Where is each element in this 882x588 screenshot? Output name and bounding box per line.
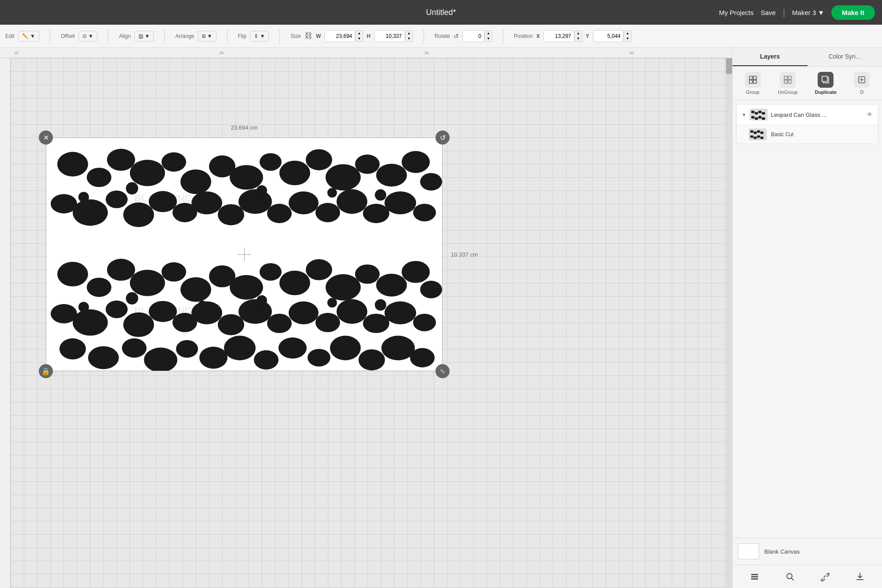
svg-point-49 <box>326 274 361 301</box>
y-down[interactable]: ▼ <box>624 36 631 41</box>
edit-pen-button[interactable]: ✏️ ▼ <box>18 31 39 41</box>
save-button[interactable]: Save <box>761 9 776 16</box>
y-spinner[interactable]: ▲ ▼ <box>624 30 632 42</box>
footer-link-icon[interactable] <box>818 569 832 584</box>
separator-1 <box>50 29 50 43</box>
tab-layers[interactable]: Layers <box>733 48 808 66</box>
svg-point-111 <box>751 116 755 119</box>
svg-point-42 <box>161 262 186 282</box>
svg-point-7 <box>230 165 263 190</box>
my-projects-button[interactable]: My Projects <box>719 9 753 16</box>
layer-item[interactable]: Basic Cut <box>737 125 878 144</box>
width-up[interactable]: ▲ <box>356 31 363 36</box>
svg-point-120 <box>754 137 757 139</box>
svg-point-83 <box>254 350 279 370</box>
layer-group: ▼ Leopard Can Glass .. <box>736 104 878 144</box>
separator-5 <box>279 29 280 43</box>
grid-canvas[interactable]: 23.694 cm 10.337 cm ✕ ↺ 🔒 ⤡ <box>11 58 732 588</box>
flip-button[interactable]: ⇕ ▼ <box>250 31 269 41</box>
footer-layers-icon[interactable] <box>748 569 762 584</box>
scroll-thumb[interactable] <box>726 56 732 74</box>
svg-point-74 <box>327 298 337 308</box>
x-input[interactable] <box>543 30 574 42</box>
canvas-area[interactable]: 10 20 30 40 23.694 cm 10.337 cm ✕ <box>0 48 732 588</box>
selection-wrapper[interactable]: 23.694 cm 10.337 cm ✕ ↺ 🔒 ⤡ <box>46 138 443 371</box>
x-up[interactable]: ▲ <box>575 31 582 36</box>
width-down[interactable]: ▼ <box>356 36 363 41</box>
arrange-button[interactable]: ⧉ ▼ <box>198 31 216 41</box>
svg-point-64 <box>289 301 319 324</box>
svg-point-12 <box>355 155 380 174</box>
offset-group: Offset ⊙ ▼ <box>61 31 97 41</box>
maker-selector[interactable]: Maker 3 ▼ <box>792 9 824 16</box>
width-input[interactable] <box>324 30 355 42</box>
group-action[interactable]: Group <box>745 72 761 95</box>
ruler-mark-30: 30 <box>424 51 629 55</box>
x-spinner[interactable]: ▲ ▼ <box>574 30 582 42</box>
tab-color-sync[interactable]: Color Syn... <box>808 48 882 66</box>
layer-group-header[interactable]: ▼ Leopard Can Glass .. <box>737 104 878 125</box>
d-label: D <box>860 89 863 95</box>
svg-point-32 <box>78 192 89 202</box>
resize-handle[interactable]: ⤡ <box>435 364 450 378</box>
width-spinner[interactable]: ▲ ▼ <box>355 30 363 42</box>
svg-point-17 <box>73 199 108 226</box>
x-down[interactable]: ▼ <box>575 36 582 41</box>
height-input[interactable] <box>374 30 405 42</box>
svg-point-40 <box>107 259 135 281</box>
footer-download-icon[interactable] <box>853 569 867 584</box>
svg-point-65 <box>316 313 340 332</box>
lock-handle[interactable]: 🔒 <box>39 364 53 378</box>
svg-point-109 <box>758 111 762 113</box>
height-down[interactable]: ▼ <box>406 36 413 41</box>
svg-point-51 <box>376 274 407 297</box>
duplicate-action[interactable]: Duplicate <box>815 72 837 95</box>
selection-box: BLANK BNC ODP BLANK BNC ODP <box>46 138 443 371</box>
make-it-button[interactable]: Make It <box>831 5 875 20</box>
rotate-down[interactable]: ▼ <box>485 36 492 41</box>
layer-eye-icon[interactable]: 👁 <box>867 111 873 118</box>
ungroup-action[interactable]: UnGroup <box>778 72 798 95</box>
panel-footer <box>733 565 882 588</box>
height-dimension-label: 10.337 cm <box>451 251 478 258</box>
align-button[interactable]: ▥ ▼ <box>134 31 154 41</box>
blank-canvas-section: Blank Canvas <box>733 538 882 565</box>
offset-button[interactable]: ⊙ ▼ <box>78 31 97 41</box>
height-spinner[interactable]: ▲ ▼ <box>405 30 413 42</box>
rotate-up[interactable]: ▲ <box>485 31 492 36</box>
svg-point-69 <box>413 314 436 331</box>
svg-point-116 <box>754 131 757 134</box>
blank-canvas-thumbnail <box>738 543 759 559</box>
rotate-handle[interactable]: ↺ <box>435 130 450 145</box>
svg-point-114 <box>762 117 765 120</box>
layer-section: ▼ Leopard Can Glass .. <box>733 100 882 148</box>
svg-point-55 <box>73 309 108 336</box>
rotate-spinner[interactable]: ▲ ▼ <box>484 30 492 42</box>
rotate-input[interactable] <box>462 30 484 42</box>
d-action[interactable]: D <box>854 72 870 95</box>
svg-point-34 <box>198 190 207 199</box>
svg-point-56 <box>106 301 128 318</box>
svg-text:ODP: ODP <box>244 305 265 316</box>
duplicate-icon <box>818 72 834 88</box>
scroll-indicator[interactable] <box>726 48 732 588</box>
y-up[interactable]: ▲ <box>624 31 631 36</box>
height-up[interactable]: ▲ <box>406 31 413 36</box>
svg-point-43 <box>180 277 211 302</box>
svg-point-1 <box>87 167 112 187</box>
svg-point-76 <box>60 339 86 360</box>
svg-point-19 <box>123 202 154 227</box>
delete-handle[interactable]: ✕ <box>39 130 53 145</box>
ungroup-label: UnGroup <box>778 89 798 95</box>
svg-point-26 <box>289 191 319 214</box>
y-input[interactable] <box>593 30 624 42</box>
toolbar: Edit ✏️ ▼ Offset ⊙ ▼ Align ▥ ▼ Arrange ⧉… <box>0 25 882 48</box>
link-size-icon[interactable]: ⛓ <box>305 31 313 41</box>
svg-point-78 <box>122 339 147 358</box>
topbar: Untitled* My Projects Save | Maker 3 ▼ M… <box>0 0 882 25</box>
svg-point-88 <box>381 336 415 361</box>
layer-item-label: Basic Cut <box>771 131 793 138</box>
svg-point-38 <box>57 262 88 287</box>
svg-point-8 <box>260 153 282 171</box>
footer-search-icon[interactable] <box>783 569 797 584</box>
